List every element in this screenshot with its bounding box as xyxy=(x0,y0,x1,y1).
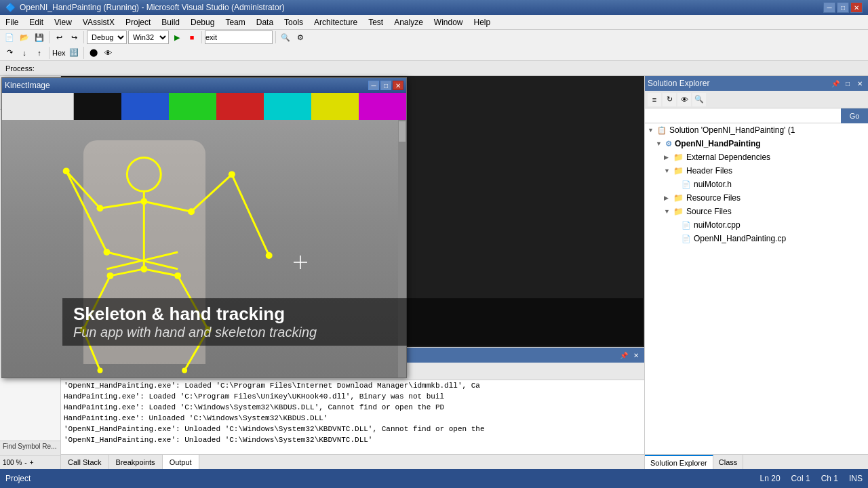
tree-external-deps[interactable]: ▶ 📁 External Dependencies xyxy=(645,150,868,164)
extdeps-arrow: ▶ xyxy=(664,154,671,161)
tb-hex[interactable]: 🔢 xyxy=(67,46,81,60)
kinect-close[interactable]: ✕ xyxy=(393,81,403,90)
menu-tools[interactable]: Tools xyxy=(279,15,309,29)
right-bottom-tabs: Solution Explorer Class xyxy=(645,454,868,469)
tree-nuimotor-h[interactable]: 📄 nuiMotor.h xyxy=(645,178,868,191)
output-line-2: HandPainting.exe': Loaded 'C:\Program Fi… xyxy=(64,392,642,403)
kinect-maximize[interactable]: □ xyxy=(380,81,391,90)
se-search-button[interactable]: Go xyxy=(841,108,868,123)
output-panel-pin[interactable]: 📌 xyxy=(618,350,629,361)
nuimotor-h-label: nuiMotor.h xyxy=(694,180,732,189)
swatch-red[interactable] xyxy=(216,93,264,120)
menu-architecture[interactable]: Architecture xyxy=(309,15,363,29)
tab-call-stack[interactable]: Call Stack xyxy=(61,455,109,469)
solution-explorer-title: Solution Explorer xyxy=(648,79,709,88)
title-bar-controls[interactable]: ─ □ ✕ xyxy=(823,2,863,13)
tree-solution[interactable]: ▼ 📋 Solution 'OpenNI_HandPainting' (1 xyxy=(645,123,868,137)
swatch-white[interactable] xyxy=(2,93,74,120)
tree-header-files[interactable]: ▼ 📁 Header Files xyxy=(645,164,868,178)
menu-project[interactable]: Project xyxy=(120,15,156,29)
se-maximize[interactable]: □ xyxy=(842,78,853,89)
menu-vassistx[interactable]: VAssistX xyxy=(77,15,120,29)
file-icon-h: 📄 xyxy=(682,180,691,189)
svg-point-18 xyxy=(97,205,104,211)
tb-extra1[interactable]: ⚙ xyxy=(294,30,307,44)
toolbar-row-2: ↷ ↓ ↑ Hex 🔢 ⬤ 👁 xyxy=(0,45,868,61)
menu-view[interactable]: View xyxy=(49,15,77,29)
tab-output[interactable]: Output xyxy=(163,455,199,469)
tb-breakpoint[interactable]: ⬤ xyxy=(87,46,100,60)
menu-help[interactable]: Help xyxy=(469,15,496,29)
menu-team[interactable]: Team xyxy=(220,15,250,29)
se-close[interactable]: ✕ xyxy=(854,78,865,89)
menu-build[interactable]: Build xyxy=(156,15,185,29)
toolbar-row-1: 📄 📂 💾 ↩ ↪ Debug Win32 ▶ ■ 🔍 ⚙ xyxy=(0,30,868,45)
tab-class-view[interactable]: Class xyxy=(713,455,744,469)
menu-window[interactable]: Window xyxy=(429,15,469,29)
svg-point-25 xyxy=(106,272,113,279)
se-filter[interactable]: 🔍 xyxy=(692,93,706,106)
tb-open[interactable]: 📂 xyxy=(18,30,31,44)
output-line-4: HandPainting.exe': Unloaded 'C:\Windows\… xyxy=(64,414,642,425)
tree-project[interactable]: ▼ ⚙ OpenNI_HandPainting xyxy=(645,137,868,150)
zoom-decrease[interactable]: - xyxy=(24,459,26,466)
minimize-button[interactable]: ─ xyxy=(823,2,835,13)
kinect-minimize[interactable]: ─ xyxy=(368,81,379,90)
se-refresh[interactable]: ↻ xyxy=(663,93,676,106)
menu-test[interactable]: Test xyxy=(363,15,389,29)
tree-nuimotor-cpp[interactable]: 📄 nuiMotor.cpp xyxy=(645,218,868,232)
svg-line-8 xyxy=(144,269,178,276)
close-button[interactable]: ✕ xyxy=(850,2,863,13)
svg-point-17 xyxy=(188,208,195,215)
swatch-black[interactable] xyxy=(74,93,121,120)
debug-config-dropdown[interactable]: Debug xyxy=(87,30,127,44)
se-toolbar: ≡ ↻ 👁 🔍 xyxy=(645,91,868,108)
tb-step-over[interactable]: ↷ xyxy=(3,46,16,60)
zoom-increase[interactable]: + xyxy=(30,459,34,466)
tab-breakpoints[interactable]: Breakpoints xyxy=(109,455,163,469)
swatch-green[interactable] xyxy=(169,93,216,120)
exit-input[interactable] xyxy=(205,30,273,44)
swatch-magenta[interactable] xyxy=(359,93,406,120)
tree-source-files[interactable]: ▼ 📁 Source Files xyxy=(645,205,868,218)
openni-cpp-label: OpenNI_HandPainting.cp xyxy=(694,234,786,243)
process-bar: Process: xyxy=(0,61,868,76)
nuimotor-cpp-label: nuiMotor.cpp xyxy=(694,220,741,230)
menu-edit[interactable]: Edit xyxy=(24,15,49,29)
maximize-button[interactable]: □ xyxy=(837,2,849,13)
swatch-cyan[interactable] xyxy=(264,93,311,120)
tb-step-out[interactable]: ↑ xyxy=(33,46,46,60)
folder-icon-resource: 📁 xyxy=(673,193,684,203)
tb-watch[interactable]: 👁 xyxy=(102,46,115,60)
tb-save[interactable]: 💾 xyxy=(33,30,46,44)
solution-label: Solution 'OpenNI_HandPainting' (1 xyxy=(669,125,795,135)
tb-step-into[interactable]: ↓ xyxy=(18,46,31,60)
se-header-controls: 📌 □ ✕ xyxy=(830,78,865,89)
se-show-all[interactable]: 👁 xyxy=(677,93,691,106)
headerfiles-arrow: ▼ xyxy=(664,167,671,174)
menu-file[interactable]: File xyxy=(0,15,24,29)
tb-stop[interactable]: ■ xyxy=(185,30,199,44)
status-ln: Ln 20 xyxy=(760,474,781,483)
tab-solution-explorer[interactable]: Solution Explorer xyxy=(645,455,713,469)
tb-search[interactable]: 🔍 xyxy=(279,30,292,44)
menu-debug[interactable]: Debug xyxy=(185,15,220,29)
tb-undo[interactable]: ↩ xyxy=(52,30,66,44)
se-pin[interactable]: 📌 xyxy=(830,78,841,89)
se-collapse-all[interactable]: ≡ xyxy=(648,93,661,106)
se-search-input[interactable] xyxy=(645,108,841,123)
menu-data[interactable]: Data xyxy=(251,15,279,29)
tb-new[interactable]: 📄 xyxy=(3,30,16,44)
swatch-yellow[interactable] xyxy=(311,93,359,120)
tb-run[interactable]: ▶ xyxy=(170,30,184,44)
tb-redo[interactable]: ↪ xyxy=(67,30,81,44)
tree-resource-files[interactable]: ▶ 📁 Resource Files xyxy=(645,191,868,205)
menu-analyze[interactable]: Analyze xyxy=(389,15,429,29)
swatch-blue[interactable] xyxy=(121,93,169,120)
kinect-scroll-thumb[interactable] xyxy=(399,121,406,142)
platform-dropdown[interactable]: Win32 xyxy=(128,30,169,44)
resource-files-label: Resource Files xyxy=(686,193,741,203)
folder-icon-extdeps: 📁 xyxy=(673,152,684,162)
tree-openni-cpp[interactable]: 📄 OpenNI_HandPainting.cp xyxy=(645,232,868,245)
output-panel-close[interactable]: ✕ xyxy=(631,350,642,361)
